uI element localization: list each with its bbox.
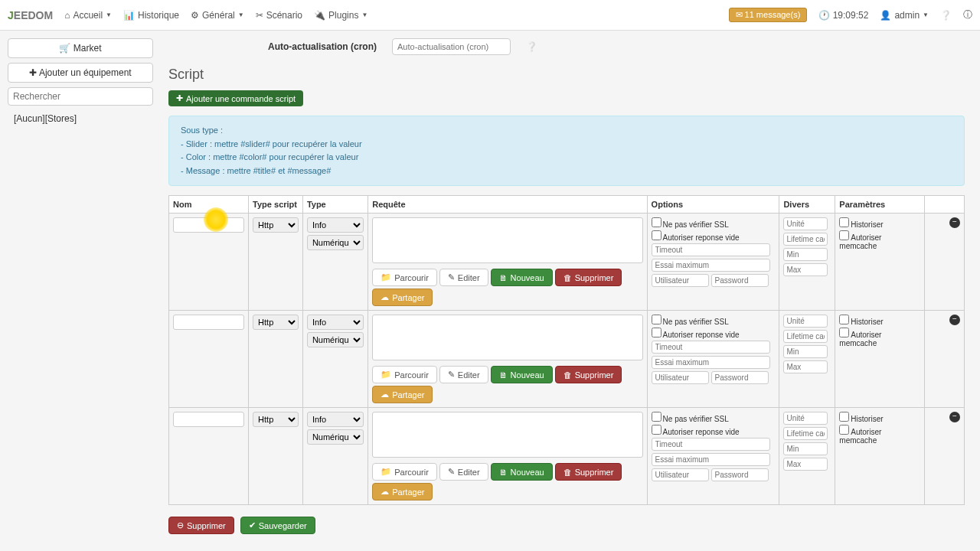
user-input[interactable]: [652, 274, 709, 287]
lifetime-input[interactable]: [783, 233, 828, 246]
nossl-checkbox[interactable]: Ne pas vérifier SSL: [652, 412, 776, 423]
new-button[interactable]: 🗎 Nouveau: [491, 269, 553, 286]
nav-scenario[interactable]: ✂ Scénario: [256, 10, 302, 21]
clock: 🕐 19:09:52: [818, 10, 868, 21]
save-button[interactable]: ✔ Sauvegarder: [240, 517, 315, 534]
request-textarea[interactable]: [372, 412, 642, 458]
user-input[interactable]: [652, 468, 709, 481]
subtype-select[interactable]: Numérique: [307, 429, 364, 445]
user-input[interactable]: [652, 371, 709, 384]
add-equipment-button[interactable]: ✚ Ajouter un équipement: [8, 63, 153, 83]
lifetime-input[interactable]: [783, 427, 828, 440]
typescript-select[interactable]: Http: [253, 217, 299, 233]
unite-input[interactable]: [783, 217, 828, 230]
min-input[interactable]: [783, 248, 828, 261]
type-select[interactable]: Info: [307, 315, 364, 330]
logo: JEEDOM: [8, 9, 53, 21]
lifetime-input[interactable]: [783, 330, 828, 343]
new-button[interactable]: 🗎 Nouveau: [491, 463, 553, 481]
delete-button[interactable]: 🗑 Supprimer: [555, 269, 622, 286]
timeout-input[interactable]: [652, 341, 770, 354]
cron-input[interactable]: [392, 38, 511, 55]
new-button[interactable]: 🗎 Nouveau: [491, 366, 553, 383]
browse-button[interactable]: 📁 Parcourir: [372, 366, 437, 383]
memcache-checkbox[interactable]: Autoriser memcache: [839, 425, 920, 445]
min-input[interactable]: [783, 345, 828, 358]
type-select[interactable]: Info: [307, 412, 364, 427]
edit-button[interactable]: ✎ Editer: [439, 463, 488, 481]
request-textarea[interactable]: [372, 217, 642, 263]
allowempty-checkbox[interactable]: Autoriser reponse vide: [652, 328, 776, 339]
typescript-select[interactable]: Http: [253, 315, 299, 330]
pass-input[interactable]: [711, 274, 769, 287]
remove-row-button[interactable]: −: [949, 412, 960, 422]
edit-button[interactable]: ✎ Editer: [439, 269, 488, 286]
th-actions: [924, 196, 964, 214]
th-parametres: Paramètres: [835, 196, 925, 214]
min-input[interactable]: [783, 442, 828, 455]
delete-button[interactable]: 🗑 Supprimer: [555, 463, 622, 481]
browse-button[interactable]: 📁 Parcourir: [372, 463, 437, 481]
subtype-select[interactable]: Numérique: [307, 332, 364, 347]
historiser-checkbox[interactable]: Historiser: [839, 412, 920, 423]
timeout-input[interactable]: [652, 438, 770, 451]
table-row: Http Info Numérique 📁 Parcourir ✎ Editer…: [169, 214, 965, 311]
table-row: Http Info Numérique 📁 Parcourir ✎ Editer…: [169, 408, 965, 505]
th-type: Type: [302, 196, 368, 214]
th-options: Options: [647, 196, 779, 214]
unite-input[interactable]: [783, 315, 828, 328]
add-command-button[interactable]: ✚ Ajouter une commande script: [168, 90, 303, 106]
sidebar-search[interactable]: [8, 87, 153, 106]
th-requete: Requête: [368, 196, 647, 214]
allowempty-checkbox[interactable]: Autoriser reponse vide: [652, 230, 776, 242]
remove-row-button[interactable]: −: [949, 315, 960, 325]
sidebar-item-stores[interactable]: [Aucun][Stores]: [8, 110, 153, 127]
messages-badge[interactable]: ✉ 11 message(s): [729, 8, 808, 22]
nav-accueil[interactable]: ⌂ Accueil ▼: [64, 10, 112, 21]
subtype-select[interactable]: Numérique: [307, 235, 364, 250]
info-box: Sous type : - Slider : mettre #slider# p…: [168, 116, 965, 186]
share-button[interactable]: ☁ Partager: [372, 386, 433, 403]
help-icon[interactable]: ❔: [940, 10, 952, 21]
info-icon[interactable]: ⓘ: [963, 8, 972, 21]
nav-general[interactable]: ⚙ Général ▼: [191, 10, 244, 21]
browse-button[interactable]: 📁 Parcourir: [372, 269, 437, 286]
maxtry-input[interactable]: [652, 356, 770, 369]
pass-input[interactable]: [711, 468, 769, 481]
cron-label: Auto-actualisation (cron): [268, 41, 377, 52]
max-input[interactable]: [783, 263, 828, 276]
maxtry-input[interactable]: [652, 259, 770, 272]
delete-button[interactable]: 🗑 Supprimer: [555, 366, 622, 383]
maxtry-input[interactable]: [652, 453, 770, 466]
name-input[interactable]: [173, 412, 244, 427]
name-input[interactable]: [173, 217, 244, 233]
memcache-checkbox[interactable]: Autoriser memcache: [839, 230, 920, 250]
memcache-checkbox[interactable]: Autoriser memcache: [839, 328, 920, 347]
typescript-select[interactable]: Http: [253, 412, 299, 427]
max-input[interactable]: [783, 360, 828, 373]
timeout-input[interactable]: [652, 243, 770, 256]
request-textarea[interactable]: [372, 315, 642, 360]
nav-historique[interactable]: 📊 Historique: [123, 10, 179, 21]
market-button[interactable]: 🛒 Market: [8, 38, 153, 58]
nossl-checkbox[interactable]: Ne pas vérifier SSL: [652, 315, 776, 326]
pass-input[interactable]: [711, 371, 769, 384]
cron-help-icon[interactable]: ❔: [526, 41, 537, 52]
unite-input[interactable]: [783, 412, 828, 425]
user-menu[interactable]: 👤 admin ▼: [880, 10, 929, 21]
edit-button[interactable]: ✎ Editer: [439, 366, 488, 383]
name-input[interactable]: [173, 315, 244, 330]
historiser-checkbox[interactable]: Historiser: [839, 315, 920, 326]
th-typescript: Type script: [249, 196, 303, 214]
allowempty-checkbox[interactable]: Autoriser reponse vide: [652, 425, 776, 436]
historiser-checkbox[interactable]: Historiser: [839, 217, 920, 229]
delete-all-button[interactable]: ⊖ Supprimer: [168, 517, 234, 534]
remove-row-button[interactable]: −: [949, 217, 960, 228]
type-select[interactable]: Info: [307, 217, 364, 233]
share-button[interactable]: ☁ Partager: [372, 483, 433, 500]
max-input[interactable]: [783, 458, 828, 471]
table-row: Http Info Numérique 📁 Parcourir ✎ Editer…: [169, 311, 965, 408]
nav-plugins[interactable]: 🔌 Plugins ▼: [314, 10, 368, 21]
share-button[interactable]: ☁ Partager: [372, 289, 433, 306]
nossl-checkbox[interactable]: Ne pas vérifier SSL: [652, 217, 776, 229]
